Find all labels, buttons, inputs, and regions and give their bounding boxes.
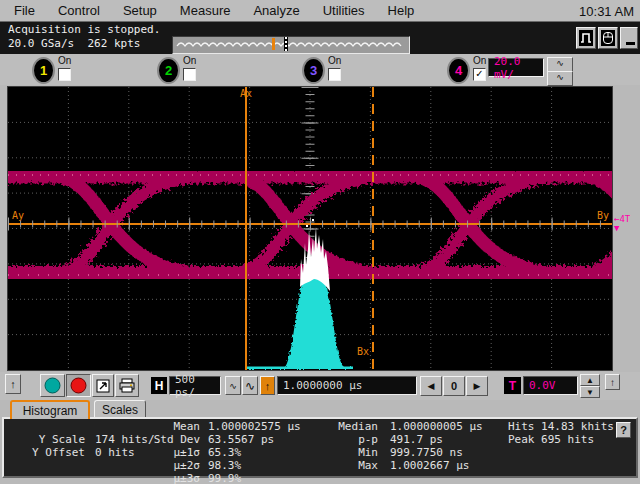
minimize-icon — [626, 42, 635, 45]
print-button[interactable] — [115, 374, 139, 397]
pulse-mode-button[interactable] — [576, 27, 596, 49]
channel-1-number: 1 — [40, 63, 47, 78]
scope-graticule: Ax Ay Bx By — [8, 87, 612, 370]
stop-button[interactable] — [66, 374, 91, 397]
pp-value: 491.7 ps — [390, 434, 443, 446]
y-offset-value: 0 hits — [95, 447, 135, 459]
scroll-up-left-button[interactable]: ↑ — [5, 374, 21, 394]
menu-bar: File Control Setup Measure Analyze Utili… — [0, 0, 640, 22]
trigger-label: T — [504, 377, 521, 394]
minimize-button[interactable] — [620, 27, 638, 49]
help-button[interactable]: ? — [616, 422, 631, 438]
y-offset-label: Y Offset — [20, 447, 85, 459]
reference-point-button[interactable]: ↑ — [260, 376, 275, 395]
sample-rate-memory: 20.0 GSa/s 262 kpts — [8, 37, 140, 50]
preview-waveform-icon — [173, 37, 407, 51]
channel-4-number: 4 — [455, 63, 462, 78]
printer-icon — [119, 378, 135, 393]
scroll-up-right-button[interactable]: ↑ — [605, 374, 620, 390]
mean-label: Mean — [130, 421, 200, 433]
channel-4-coupling-down-button[interactable]: ∿ — [547, 71, 573, 86]
sigma1-label: µ±1σ — [130, 447, 200, 459]
trigger-arrow-icon: ▼ — [614, 223, 619, 233]
clock: 10:31 AM — [579, 4, 634, 19]
trigger-level-down-button[interactable]: ▼ — [580, 386, 600, 398]
copy-screen-button[interactable] — [92, 374, 114, 397]
sigma2-value: 98.3% — [208, 460, 241, 472]
stop-icon — [70, 377, 87, 394]
trigger-level-display[interactable]: 0.0V — [523, 376, 578, 395]
mean-value: 1.000002575 µs — [208, 421, 301, 433]
trigger-level-marker[interactable]: ←4T ▼ — [614, 215, 640, 233]
menu-analyze[interactable]: Analyze — [249, 3, 303, 18]
channel-1-button[interactable]: 1 — [32, 57, 55, 84]
sigma3-value: 99.9% — [208, 473, 241, 484]
peak-value: Peak 695 hits — [508, 434, 594, 446]
sigma2-label: µ±2σ — [130, 460, 200, 472]
y-scale-label: Y Scale — [20, 434, 85, 446]
channel-4-button[interactable]: 4 — [447, 57, 470, 84]
waveform-preview-bar[interactable] — [172, 36, 410, 54]
channel-2-number: 2 — [165, 63, 172, 78]
acquisition-line1: Acquisition is stopped. — [8, 23, 160, 36]
channel-3-button[interactable]: 3 — [302, 57, 325, 84]
min-label: Min — [300, 447, 378, 459]
menu-setup[interactable]: Setup — [119, 3, 161, 18]
run-icon — [44, 377, 61, 394]
tab-scales[interactable]: Scales — [94, 400, 146, 418]
pulse-icon — [580, 32, 592, 44]
marker-ay-label: Ay — [12, 210, 24, 221]
sigma3-label: µ±3σ — [130, 473, 200, 484]
min-value: 999.7750 ns — [390, 447, 463, 459]
position-right-button[interactable]: ▶ — [466, 376, 488, 396]
position-zero-button[interactable]: 0 — [443, 376, 465, 396]
median-value: 1.000000005 µs — [390, 421, 483, 433]
menu-file[interactable]: File — [10, 3, 39, 18]
menu-measure[interactable]: Measure — [176, 3, 235, 18]
channel-2-on-checkbox[interactable] — [183, 68, 196, 81]
max-label: Max — [300, 460, 378, 472]
channel-2-button[interactable]: 2 — [157, 57, 180, 84]
marker-bx-label: Bx — [357, 346, 369, 357]
std-dev-value: 63.5567 ps — [208, 434, 274, 446]
menu-control[interactable]: Control — [54, 3, 104, 18]
channel-3-on-label: On — [328, 56, 341, 66]
menu-utilities[interactable]: Utilities — [319, 3, 369, 18]
std-dev-label: Std Dev — [130, 434, 200, 446]
max-value: 1.0002667 µs — [390, 460, 469, 472]
channel-4-on-label: On — [473, 56, 486, 66]
median-label: Median — [300, 421, 378, 433]
trigger-level-up-button[interactable]: ▲ — [580, 374, 600, 386]
marker-ax-label: Ax — [240, 88, 252, 99]
horizontal-scale-display[interactable]: 500 ps/ — [169, 376, 221, 395]
channel-2-on-label: On — [183, 56, 196, 66]
mouse-icon — [602, 31, 614, 45]
channel-3-on-checkbox[interactable] — [328, 68, 341, 81]
channel-1-on-label: On — [58, 56, 71, 66]
marker-by-label: By — [597, 210, 609, 221]
horizontal-position-display[interactable]: 1.0000000 µs — [277, 376, 417, 395]
position-left-button[interactable]: ◀ — [420, 376, 442, 396]
waveform-display[interactable]: Ax Ay Bx By — [7, 86, 613, 371]
hits-value: Hits 14.83 khits — [508, 421, 614, 433]
hscale-decrease-button[interactable]: ∿ — [225, 376, 241, 395]
channel-3-number: 3 — [310, 63, 317, 78]
run-button[interactable] — [40, 374, 65, 397]
hscale-increase-button[interactable]: ∿ — [242, 376, 258, 395]
horizontal-label: H — [151, 377, 167, 394]
acquisition-status: Acquisition is stopped.20.0 GSa/s 262 kp… — [8, 23, 160, 51]
copy-screen-icon — [96, 379, 110, 393]
channel-4-on-checkbox[interactable]: ✓ — [473, 68, 486, 81]
menu-help[interactable]: Help — [384, 3, 419, 18]
tab-histogram[interactable]: Histogram — [10, 400, 90, 419]
sigma1-value: 65.3% — [208, 447, 241, 459]
mouse-settings-button[interactable] — [598, 27, 618, 49]
pp-label: p-p — [300, 434, 378, 446]
channel-4-coupling-up-button[interactable]: ∿ — [547, 57, 573, 72]
channel-1-on-checkbox[interactable] — [58, 68, 71, 81]
channel-4-scale-display[interactable]: 20.0 mV/ — [488, 58, 544, 77]
